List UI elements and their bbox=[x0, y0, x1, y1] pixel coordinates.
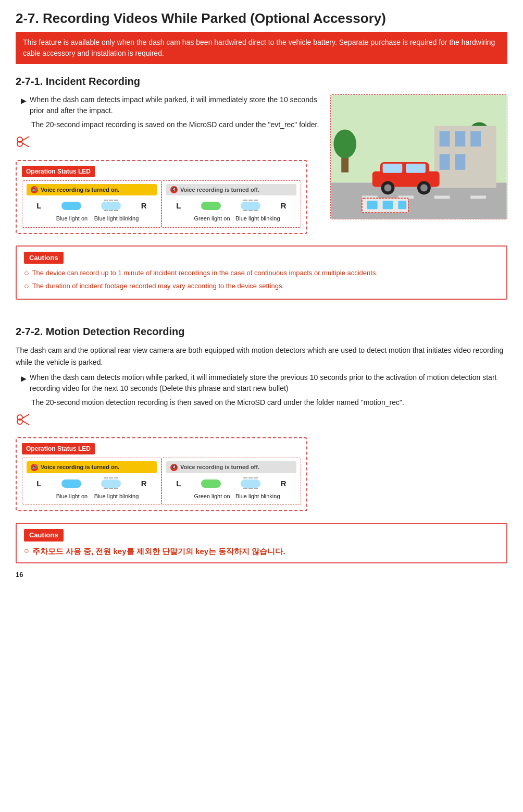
scissor-decoration-2 bbox=[16, 412, 507, 430]
svg-rect-9 bbox=[470, 196, 486, 199]
blink-rays-2a bbox=[104, 477, 118, 478]
ray3 bbox=[114, 200, 118, 201]
voice-off-icon-2: 🔇 bbox=[170, 464, 178, 471]
indent-text2: The 20-second motion detection recording… bbox=[31, 397, 507, 408]
ray-r2 bbox=[248, 200, 253, 201]
led-blink-right-1 bbox=[241, 200, 260, 212]
led-panel-voice-on-1: 🔊 Voice recording is turned on. L bbox=[22, 180, 161, 228]
ray-r2-5 bbox=[248, 488, 253, 489]
led-lights-row-left-2: L R bbox=[27, 477, 157, 490]
led-blue-solid-1 bbox=[61, 202, 81, 210]
ray2-3 bbox=[114, 477, 118, 478]
led-captions-right-2: Green light on Blue light blinking bbox=[166, 492, 296, 501]
blink-rays-r2a bbox=[243, 477, 258, 478]
blue-led-blink-1 bbox=[101, 202, 121, 210]
blink-rays-r1 bbox=[243, 200, 258, 201]
svg-point-27 bbox=[420, 184, 428, 192]
arrow-icon: ▶ bbox=[21, 95, 27, 106]
led-lights-row-left-1: L bbox=[27, 200, 157, 212]
voice-icon-2: 🔊 bbox=[31, 464, 38, 471]
ray1 bbox=[104, 200, 108, 201]
led-captions-right-1: Green light on Blue light blinking bbox=[166, 214, 296, 223]
blink-rays-rb2 bbox=[243, 488, 258, 489]
svg-line-34 bbox=[22, 414, 29, 419]
ray-r2-3 bbox=[254, 477, 258, 478]
led-green-solid-2 bbox=[201, 479, 221, 488]
caution-text-1a: The device can record up to 1 minute of … bbox=[32, 268, 378, 278]
blue-led-blink-r2 bbox=[241, 479, 260, 488]
svg-rect-8 bbox=[434, 196, 450, 199]
led-R-left-1: R bbox=[141, 200, 147, 212]
blue-led-solid-1 bbox=[61, 202, 81, 210]
cautions-title-2: Cautions bbox=[24, 529, 64, 542]
cautions-box-1: Cautions ○ The device can record up to 1… bbox=[16, 245, 507, 300]
led-panel-voice-off-2: 🔇 Voice recording is turned off. L bbox=[161, 458, 301, 505]
page-title: 2-7. Recording Videos While Parked (Opti… bbox=[16, 10, 507, 27]
ray4 bbox=[104, 210, 108, 211]
blue-light-blink-caption-r2: Blue light blinking bbox=[235, 492, 280, 501]
blink-rays-bottom-1 bbox=[104, 210, 118, 211]
svg-rect-29 bbox=[367, 201, 378, 209]
led-L-right-2: L bbox=[176, 478, 181, 490]
blue-light-blink-caption-2: Blue light blinking bbox=[94, 492, 139, 501]
bullet1-text: When the dash cam detects impact while p… bbox=[30, 94, 322, 116]
svg-line-3 bbox=[22, 143, 29, 147]
led-R-left-2: R bbox=[141, 478, 147, 490]
ray-r2-1 bbox=[243, 477, 247, 478]
green-led-2 bbox=[201, 479, 221, 488]
led-R-right-2: R bbox=[281, 478, 287, 490]
led-panel-voice-off-1: 🔇 Voice recording is turned off. L bbox=[161, 180, 301, 228]
green-light-on-caption-2: Green light on bbox=[194, 492, 230, 501]
led-diagram-2: Operation Status LED 🔊 Voice recording i… bbox=[16, 437, 307, 511]
ray-r5 bbox=[248, 210, 253, 211]
section2-title: 2-7-2. Motion Detection Recording bbox=[16, 324, 507, 339]
caution-text-1b: The duration of incident footage recorde… bbox=[32, 281, 284, 291]
led-blink-left-2 bbox=[101, 477, 121, 490]
ray2 bbox=[109, 200, 113, 201]
bullet2-text: When the dash cam detects motion while p… bbox=[30, 372, 507, 394]
ray-r2-4 bbox=[243, 488, 247, 489]
korean-caution-text: 주차모드 사용 중, 전원 key를 제외한 단말기의 key는 동작하지 않습… bbox=[32, 546, 285, 558]
green-led-1 bbox=[201, 202, 221, 210]
blink-rays-bottom-2 bbox=[104, 488, 118, 489]
blue-led-blink-2 bbox=[101, 479, 121, 488]
ray-r4 bbox=[243, 210, 247, 211]
ray-r6 bbox=[254, 210, 258, 211]
svg-rect-18 bbox=[440, 154, 450, 170]
blue-light-on-caption-2: Blue light on bbox=[56, 492, 88, 501]
led-R-right-1: R bbox=[281, 200, 287, 212]
ray-r2-2 bbox=[248, 477, 253, 478]
voice-on-badge-2: 🔊 Voice recording is turned on. bbox=[27, 461, 157, 473]
korean-caution-item: ○ 주차모드 사용 중, 전원 key를 제외한 단말기의 key는 동작하지 … bbox=[24, 546, 499, 558]
caution-bullet-icon-1a: ○ bbox=[24, 268, 29, 278]
section2-bullet1: ▶ When the dash cam detects motion while… bbox=[21, 372, 507, 408]
car-illustration bbox=[330, 94, 507, 219]
ray2-1 bbox=[104, 477, 108, 478]
svg-rect-16 bbox=[455, 131, 465, 147]
ray-r2-6 bbox=[254, 488, 258, 489]
led-lights-row-right-2: L R bbox=[166, 477, 296, 490]
led-L-right-1: L bbox=[176, 200, 181, 212]
ray-r1 bbox=[243, 200, 247, 201]
svg-line-35 bbox=[22, 421, 29, 425]
svg-rect-30 bbox=[383, 201, 393, 209]
korean-caution-bullet: ○ bbox=[24, 546, 29, 556]
green-light-on-caption-1: Green light on bbox=[194, 214, 230, 223]
svg-rect-23 bbox=[406, 164, 426, 173]
led-label-tag-2: Operation Status LED bbox=[22, 443, 95, 454]
blue-led-solid-2 bbox=[61, 479, 81, 488]
arrow-icon-2: ▶ bbox=[21, 373, 27, 384]
car-svg bbox=[331, 95, 507, 219]
ray5 bbox=[109, 210, 113, 211]
blue-light-blink-caption-r1: Blue light blinking bbox=[235, 214, 280, 223]
led-label-tag-1: Operation Status LED bbox=[22, 166, 95, 177]
caution-item-1a: ○ The device can record up to 1 minute o… bbox=[24, 268, 499, 278]
led-L-left-2: L bbox=[36, 478, 41, 490]
section2-intro: The dash cam and the optional rear view … bbox=[16, 345, 507, 368]
svg-rect-19 bbox=[455, 154, 465, 170]
cautions-box-2: Cautions ○ 주차모드 사용 중, 전원 key를 제외한 단말기의 k… bbox=[16, 523, 507, 563]
voice-on-badge-1: 🔊 Voice recording is turned on. bbox=[27, 184, 157, 196]
caution-bullet-icon-1b: ○ bbox=[24, 281, 29, 291]
led-panel-voice-on-2: 🔊 Voice recording is turned on. L bbox=[22, 458, 161, 505]
svg-rect-31 bbox=[398, 201, 406, 209]
